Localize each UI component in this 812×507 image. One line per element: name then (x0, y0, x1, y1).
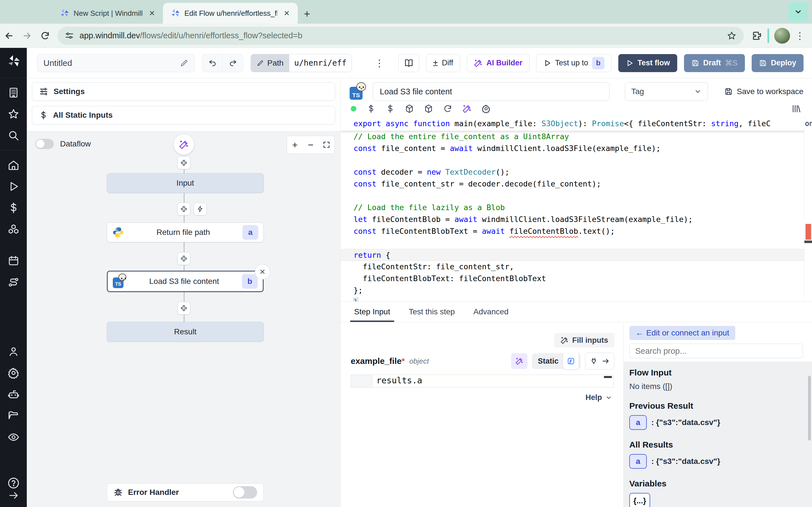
extensions-puzzle-icon[interactable] (752, 31, 762, 41)
static-mode-label[interactable]: Static (538, 357, 559, 365)
save-to-workspace-button[interactable]: Save to workspace (724, 87, 804, 96)
plus-icon (181, 255, 187, 262)
add-step-button-3[interactable] (177, 302, 190, 315)
expression-editor[interactable]: results.a (351, 375, 614, 388)
windmill-logo[interactable] (7, 48, 20, 74)
sidebar-expand-button[interactable] (8, 490, 19, 506)
add-step-button-2[interactable] (177, 252, 190, 265)
graph-ai-button[interactable] (174, 134, 194, 155)
zoom-in-button[interactable]: + (287, 136, 303, 154)
remove-step-button[interactable]: ✕ (255, 264, 270, 279)
add-step-button-top[interactable] (177, 156, 190, 169)
sidebar-item-resources[interactable] (8, 219, 19, 240)
prop-list: Flow Input No items ([]) Previous Result… (624, 362, 812, 507)
sidebar-item-flows-route[interactable] (8, 272, 19, 293)
redo-button[interactable] (223, 54, 243, 72)
add-step-button-1[interactable] (177, 203, 190, 216)
ai-builder-button[interactable]: AI Builder (467, 54, 529, 72)
flow-node-step-b[interactable]: TS Load S3 file content b ✕ (107, 271, 264, 292)
sidebar-item-settings[interactable] (8, 362, 19, 384)
sidebar-item-home[interactable] (8, 154, 19, 176)
forward-button[interactable] (18, 31, 36, 41)
package-icon[interactable] (424, 104, 433, 113)
site-settings-icon[interactable] (65, 31, 74, 40)
browser-menu-button[interactable]: ⋮ (795, 30, 805, 41)
diff-button[interactable]: ±Diff (426, 54, 460, 72)
javascript-expression-mode-button[interactable] (563, 353, 579, 370)
package-icon[interactable] (405, 104, 414, 113)
docs-button[interactable] (398, 54, 419, 72)
calendar-icon (8, 255, 19, 267)
toolbar-more-button[interactable]: ⋮ (375, 57, 384, 69)
edit-or-connect-button[interactable]: ← Edit or connect an input (629, 326, 735, 340)
ai-fill-arg-button[interactable] (511, 353, 527, 369)
sidebar-item-runs[interactable] (8, 176, 19, 197)
prop-panel-scrollbar[interactable] (808, 376, 811, 441)
tab-search-chevron-button[interactable] (788, 2, 808, 21)
error-handler-toggle[interactable] (233, 486, 257, 499)
magic-wand-icon[interactable] (462, 104, 471, 113)
test-flow-button[interactable]: Test flow (618, 54, 677, 72)
tab-step-input[interactable]: Step Input (354, 302, 390, 322)
fit-view-button[interactable] (319, 136, 335, 154)
variables-chip[interactable]: {...} (629, 493, 650, 507)
sidebar-item-variables[interactable] (8, 197, 19, 219)
flow-node-step-a[interactable]: Return file path a (107, 223, 264, 242)
new-tab-button[interactable]: + (304, 8, 310, 19)
sidebar-item-search[interactable] (8, 125, 19, 146)
scrollbar-handle[interactable] (804, 240, 812, 243)
connect-input-group[interactable] (585, 353, 614, 370)
bookmark-star-icon[interactable] (727, 31, 737, 41)
tag-select[interactable]: Tag (625, 82, 708, 101)
tab-close-icon[interactable]: ✕ (282, 9, 292, 18)
editor-overview-ruler[interactable]: on (804, 117, 812, 301)
dollar-icon[interactable] (386, 104, 395, 113)
draft-button[interactable]: Draft⌘S (684, 54, 745, 72)
step-name-input[interactable] (373, 82, 610, 101)
dollar-icon[interactable] (366, 104, 375, 113)
sidebar-item-folders[interactable] (8, 405, 19, 427)
sidebar-item-schedules[interactable] (8, 250, 19, 272)
url-omnibox[interactable]: app.windmill.dev/flows/edit/u/henri/effo… (57, 27, 744, 45)
browser-tab-edit-flow[interactable]: Edit Flow u/henri/effortless_fl ✕ (163, 3, 298, 24)
tab-close-icon[interactable]: ✕ (147, 9, 157, 18)
reload-button[interactable] (36, 31, 54, 41)
help-toggle[interactable]: Help (585, 393, 612, 402)
flow-graph-canvas[interactable]: Dataflow + − Input (27, 131, 340, 507)
back-button[interactable] (0, 31, 18, 41)
fill-inputs-button[interactable]: Fill inputs (554, 333, 615, 348)
flow-path-field[interactable]: Path u/henri/eff (251, 54, 352, 72)
sidebar-item-audit-logs[interactable] (8, 427, 19, 448)
sidebar-item-workspace[interactable] (8, 82, 19, 103)
sidebar-item-users[interactable] (8, 341, 19, 362)
sidebar-item-favorites[interactable] (8, 103, 19, 125)
refresh-icon[interactable] (443, 104, 452, 113)
code-editor[interactable]: export async function main(example_file:… (341, 117, 812, 301)
sidebar-item-workers[interactable] (8, 384, 19, 405)
library-assets-icon[interactable] (791, 104, 801, 114)
sidebar-item-help[interactable] (7, 472, 20, 490)
flow-node-input[interactable]: Input (107, 173, 264, 193)
flow-name-field[interactable]: Untitled (37, 54, 195, 72)
undo-button[interactable] (202, 54, 223, 72)
tab-test-this-step[interactable]: Test this step (409, 302, 455, 322)
add-trigger-button[interactable] (194, 203, 207, 216)
flow-node-result[interactable]: Result (107, 322, 264, 342)
flow-settings-button[interactable]: Settings (32, 82, 335, 101)
all-static-inputs-button[interactable]: All Static Inputs (32, 106, 335, 124)
browser-avatar[interactable] (774, 28, 790, 44)
zoom-out-button[interactable]: − (303, 136, 319, 154)
graph-zoom-controls: + − (287, 136, 335, 154)
result-chip-a[interactable]: a (629, 415, 647, 430)
deploy-button[interactable]: Deploy (752, 54, 804, 72)
tab-advanced[interactable]: Advanced (473, 302, 509, 322)
error-handler-card[interactable]: Error Handler (107, 483, 264, 501)
browser-tab-new-script[interactable]: New Script | Windmill ✕ (52, 3, 163, 24)
dataflow-toggle[interactable] (35, 139, 54, 149)
expression-value[interactable]: results.a (372, 375, 613, 387)
search-prop-input[interactable] (629, 344, 803, 358)
result-chip-a[interactable]: a (629, 454, 647, 469)
test-up-to-button[interactable]: Test up to b (536, 54, 612, 72)
eye-icon (8, 431, 19, 443)
gear-icon[interactable] (481, 104, 491, 113)
